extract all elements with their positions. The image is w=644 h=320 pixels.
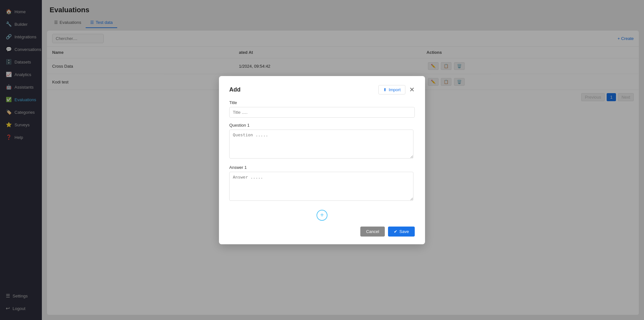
title-label: Title	[229, 100, 415, 105]
cancel-button[interactable]: Cancel	[360, 227, 385, 237]
modal-footer: Cancel ✔ Save	[229, 227, 415, 237]
import-button[interactable]: ⬆ Import	[378, 85, 405, 94]
title-input[interactable]	[229, 107, 415, 118]
save-button[interactable]: ✔ Save	[388, 227, 415, 237]
add-qa-icon: +	[320, 211, 324, 219]
question-1-group: Question 1	[229, 123, 413, 160]
answer-1-input[interactable]	[229, 172, 413, 201]
title-field-group: Title	[229, 100, 415, 118]
add-qa-button[interactable]: +	[317, 210, 327, 221]
answer-1-label: Answer 1	[229, 165, 413, 170]
question-1-input[interactable]	[229, 130, 413, 159]
modal-header-actions: ⬆ Import ✕	[378, 85, 415, 94]
add-modal: Add ⬆ Import ✕ Title Question 1 Answer 1	[219, 76, 425, 244]
modal-header: Add ⬆ Import ✕	[229, 85, 415, 94]
modal-overlay: Add ⬆ Import ✕ Title Question 1 Answer 1	[0, 0, 644, 320]
question-1-label: Question 1	[229, 123, 413, 128]
modal-close-button[interactable]: ✕	[409, 86, 415, 93]
save-icon: ✔	[394, 229, 397, 234]
modal-title: Add	[229, 86, 241, 93]
answer-1-group: Answer 1	[229, 165, 413, 202]
import-icon: ⬆	[383, 87, 387, 92]
qa-scroll-area: Question 1 Answer 1	[229, 123, 415, 207]
